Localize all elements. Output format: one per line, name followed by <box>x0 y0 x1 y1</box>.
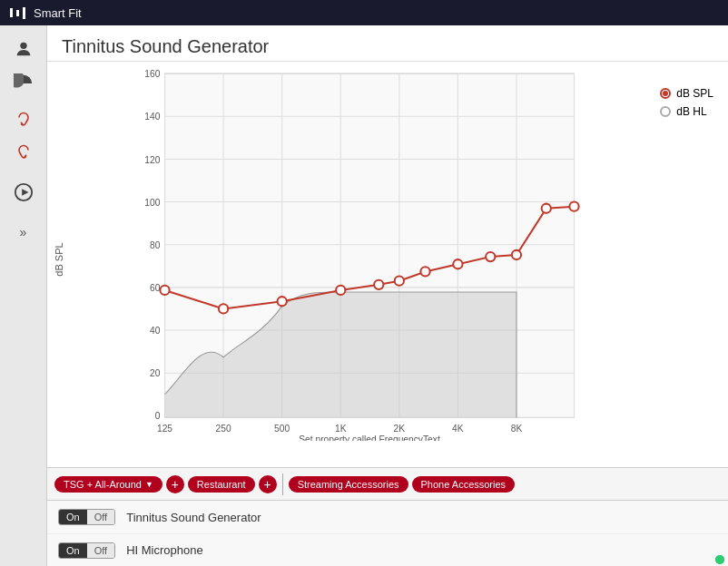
app-title: Smart Fit <box>34 6 82 20</box>
sidebar: » <box>0 25 47 566</box>
svg-point-42 <box>336 286 345 295</box>
tab-streaming-accessories-label: Streaming Accessories <box>298 479 399 490</box>
tab-add-button-1[interactable]: + <box>166 475 184 493</box>
svg-point-44 <box>395 277 404 286</box>
svg-point-0 <box>20 43 26 49</box>
left-ear-group <box>9 105 38 134</box>
svg-text:140: 140 <box>144 112 160 122</box>
sidebar-expand[interactable]: » <box>20 225 27 239</box>
toggle-off-label[interactable]: Off <box>87 510 114 524</box>
svg-text:100: 100 <box>144 198 160 208</box>
title-bar: Smart Fit <box>0 0 728 25</box>
chart-svg: 160 140 120 100 80 60 40 20 0 125 250 50… <box>62 69 649 441</box>
tab-tsg-all-around-label: TSG + All-Around <box>64 479 142 490</box>
svg-text:0: 0 <box>155 411 161 421</box>
chevron-down-icon: ▼ <box>145 480 153 489</box>
tab-streaming-accessories[interactable]: Streaming Accessories <box>289 476 408 493</box>
toggle-hi-microphone[interactable]: On Off <box>58 542 115 559</box>
svg-text:250: 250 <box>216 424 231 434</box>
sidebar-item-patient[interactable] <box>5 33 42 65</box>
svg-text:Set property called FrequencyT: Set property called FrequencyText <box>299 434 440 441</box>
legend-item-dbspl[interactable]: dB SPL <box>660 87 713 100</box>
panel-row-hi-microphone: On Off HI Microphone <box>47 533 728 566</box>
svg-text:40: 40 <box>150 326 161 336</box>
svg-point-40 <box>219 304 228 313</box>
left-ear-icon <box>15 111 33 129</box>
tab-restaurant[interactable]: Restaurant <box>188 476 255 493</box>
svg-text:125: 125 <box>157 424 172 434</box>
toggle-on-label[interactable]: On <box>59 510 87 524</box>
legend-item-dbhl[interactable]: dB HL <box>660 105 713 118</box>
legend-radio-dbspl[interactable] <box>660 88 671 99</box>
tab-restaurant-label: Restaurant <box>197 479 246 490</box>
svg-point-45 <box>420 267 429 276</box>
svg-text:160: 160 <box>144 69 160 79</box>
legend-label-dbhl: dB HL <box>676 105 706 118</box>
svg-point-1 <box>21 123 23 126</box>
chart-legend: dB SPL dB HL <box>660 69 713 460</box>
stats-icon <box>14 73 34 93</box>
right-ear-status-dot <box>715 555 724 564</box>
tab-divider <box>282 473 283 495</box>
legend-radio-dbhl[interactable] <box>660 106 671 117</box>
panel-row-tinnitus: On Off Tinnitus Sound Generator <box>47 501 728 533</box>
sidebar-item-right-ear[interactable] <box>9 138 38 167</box>
svg-text:500: 500 <box>274 424 290 434</box>
tab-phone-accessories[interactable]: Phone Accessories <box>412 476 516 493</box>
svg-point-41 <box>278 297 287 306</box>
svg-point-47 <box>486 252 495 261</box>
svg-text:60: 60 <box>150 283 161 293</box>
panel-label-tinnitus: Tinnitus Sound Generator <box>126 511 261 524</box>
toggle-off-label-2[interactable]: Off <box>87 543 114 558</box>
tab-phone-accessories-label: Phone Accessories <box>421 479 507 490</box>
main-layout: » Tinnitus Sound Generator dB SPL <box>0 25 728 566</box>
page-title: Tinnitus Sound Generator <box>62 36 713 57</box>
chart-wrapper: dB SPL <box>62 69 649 460</box>
app-icon <box>9 7 26 19</box>
content-area: Tinnitus Sound Generator dB SPL <box>47 25 728 566</box>
toggle-tinnitus[interactable]: On Off <box>58 509 115 525</box>
sidebar-item-stats[interactable] <box>5 67 42 100</box>
svg-marker-4 <box>22 189 28 195</box>
svg-text:20: 20 <box>150 368 161 378</box>
svg-text:80: 80 <box>150 240 161 250</box>
svg-text:120: 120 <box>144 155 160 165</box>
legend-label-dbspl: dB SPL <box>676 87 713 100</box>
toggle-on-label-2[interactable]: On <box>59 543 87 558</box>
svg-text:4K: 4K <box>452 424 464 434</box>
svg-point-46 <box>453 259 462 268</box>
svg-text:1K: 1K <box>335 424 347 434</box>
sidebar-item-play[interactable] <box>5 176 42 209</box>
chart-svg-container: dB SPL <box>62 69 649 450</box>
y-axis-label: dB SPL <box>54 242 64 276</box>
panel-label-hi-microphone: HI Microphone <box>126 543 203 557</box>
right-ear-group <box>9 138 38 167</box>
svg-point-48 <box>512 250 521 259</box>
page-header: Tinnitus Sound Generator <box>47 25 728 62</box>
person-icon <box>14 39 34 59</box>
bottom-tabs: TSG + All-Around ▼ + Restaurant + Stream… <box>47 467 728 500</box>
tab-tsg-all-around[interactable]: TSG + All-Around ▼ <box>54 476 162 493</box>
sidebar-item-left-ear[interactable] <box>9 105 38 134</box>
svg-point-43 <box>374 280 383 289</box>
svg-point-2 <box>24 156 26 159</box>
svg-text:2K: 2K <box>394 424 406 434</box>
svg-point-50 <box>569 202 578 211</box>
right-ear-icon <box>15 143 33 161</box>
svg-point-49 <box>542 204 551 213</box>
svg-point-39 <box>160 286 169 295</box>
play-icon <box>14 182 34 202</box>
svg-text:8K: 8K <box>511 424 523 434</box>
bottom-panel: On Off Tinnitus Sound Generator On Off H… <box>47 500 728 566</box>
chart-section: dB SPL <box>47 62 728 467</box>
tab-add-button-2[interactable]: + <box>259 475 277 493</box>
